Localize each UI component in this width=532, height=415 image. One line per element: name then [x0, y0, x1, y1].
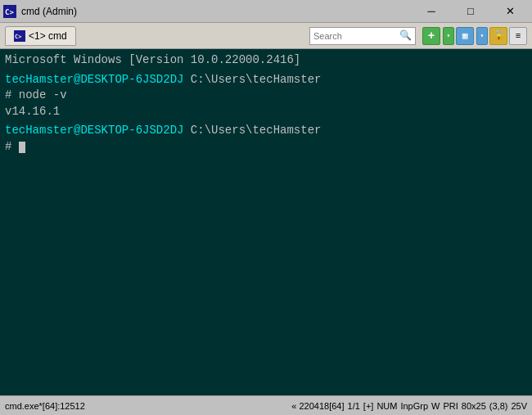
list-button[interactable]: ≡ — [509, 27, 527, 45]
close-button[interactable]: ✕ — [491, 3, 529, 20]
terminal-line-5: tecHamster@DESKTOP-6JSD2DJ C:\Users\tecH… — [5, 123, 527, 139]
terminal-line-1: Microsoft Windows [Version 10.0.22000.24… — [5, 52, 527, 69]
title-text: cmd (Admin) — [21, 6, 77, 17]
status-process: cmd.exe*[64]:12512 — [5, 401, 291, 411]
svg-text:C>: C> — [5, 8, 14, 16]
toolbar-action-buttons: + ▾ ▦ ▾ 🔒 ≡ — [422, 27, 527, 45]
status-col9: (3,8) — [489, 401, 508, 411]
terminal-line-2: tecHamster@DESKTOP-6JSD2DJ C:\Users\tecH… — [5, 72, 527, 88]
grid-dropdown-button[interactable]: ▾ — [476, 27, 488, 45]
status-col8: 80x25 — [462, 401, 486, 411]
prompt-1: tecHamster@DESKTOP-6JSD2DJ — [5, 73, 183, 86]
minimize-button[interactable]: ─ — [413, 3, 450, 20]
terminal[interactable]: Microsoft Windows [Version 10.0.22000.24… — [0, 49, 532, 395]
path-1: C:\Users\tecHamster — [183, 73, 321, 86]
cmd-icon: C> — [3, 5, 16, 18]
terminal-line-4: v14.16.1 — [5, 104, 527, 120]
grid-button[interactable]: ▦ — [456, 27, 474, 45]
search-box[interactable]: 🔍 — [309, 27, 416, 45]
path-2: C:\Users\tecHamster — [183, 124, 321, 137]
tab-label: <1> cmd — [29, 30, 67, 42]
tab-cmd[interactable]: C> <1> cmd — [5, 26, 76, 46]
maximize-button[interactable]: □ — [452, 3, 489, 20]
toolbar: C> <1> cmd 🔍 + ▾ ▦ ▾ 🔒 ≡ — [0, 23, 532, 49]
title-controls: ─ □ ✕ — [413, 3, 529, 20]
title-left: C> cmd (Admin) — [3, 5, 77, 18]
cursor — [19, 142, 25, 153]
svg-text:C>: C> — [15, 34, 21, 40]
terminal-line-3: # node -v — [5, 88, 527, 104]
add-dropdown-button[interactable]: ▾ — [443, 27, 454, 45]
status-col7: PRI — [443, 401, 458, 411]
add-button[interactable]: + — [422, 27, 440, 45]
status-col4: NUM — [376, 401, 397, 411]
prompt-2: tecHamster@DESKTOP-6JSD2DJ — [5, 124, 183, 137]
title-bar: C> cmd (Admin) ─ □ ✕ — [0, 0, 532, 23]
status-bar: cmd.exe*[64]:12512 « 220418[64] 1/1 [+] … — [0, 395, 532, 415]
lock-button[interactable]: 🔒 — [489, 27, 507, 45]
status-col10: 25V — [511, 401, 527, 411]
search-icon[interactable]: 🔍 — [399, 29, 412, 42]
status-col5: InpGrp — [400, 401, 428, 411]
terminal-line-6: # — [5, 139, 527, 156]
tab-cmd-icon: C> — [14, 30, 25, 42]
status-col2: 1/1 — [348, 401, 360, 411]
status-col6: W — [431, 401, 440, 411]
status-col1: « 220418[64] — [291, 401, 344, 411]
search-input[interactable] — [313, 31, 398, 41]
status-col3: [+] — [363, 401, 374, 411]
